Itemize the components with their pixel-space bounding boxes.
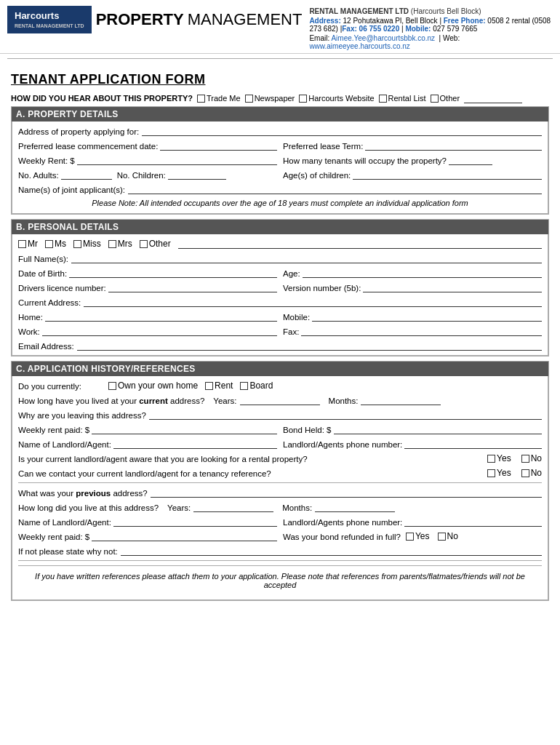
option-board[interactable]: Board <box>240 381 273 391</box>
current-address-label: Current Address: <box>18 298 81 307</box>
mobile-value: 027 579 7665 <box>433 25 477 33</box>
checkbox-other[interactable] <box>431 95 439 103</box>
divider-previous <box>18 482 542 483</box>
dob-row: Date of Birth: Age: <box>18 268 542 278</box>
landlord2-phone-label: Landlord/Agents phone number: <box>283 518 402 527</box>
title-miss[interactable]: Miss <box>73 239 101 249</box>
dob-field <box>69 268 277 278</box>
option-trade-me[interactable]: Trade Me <box>197 94 241 103</box>
option-harcourts-website[interactable]: Harcourts Website <box>299 94 374 103</box>
ages-field <box>353 170 542 180</box>
weekly-rent-col: Weekly Rent: $ <box>18 155 277 165</box>
previous-bold: previous <box>76 489 111 498</box>
checkbox-trade-me[interactable] <box>197 95 205 103</box>
currently-label: Do you currently: <box>18 382 105 391</box>
other-field-line <box>464 93 522 103</box>
home-col: Home: <box>18 311 277 322</box>
checkbox-title-other[interactable] <box>140 240 148 248</box>
checkbox-aware-no[interactable] <box>521 455 529 463</box>
years2-field <box>193 502 273 512</box>
checkbox-newspaper[interactable] <box>245 95 253 103</box>
title-mr[interactable]: Mr <box>18 239 38 249</box>
address-line: Address: 12 Pohutakawa Pl, Bell Block | … <box>309 17 553 33</box>
lease-row: Preferred lease commencement date: Prefe… <box>18 140 542 151</box>
label-miss: Miss <box>83 239 101 249</box>
logo-sub: RENTAL MANAGEMENT LTD <box>15 23 84 29</box>
years-label: Years: <box>213 397 236 405</box>
option-rent[interactable]: Rent <box>205 381 233 391</box>
months2-field <box>315 502 395 512</box>
title-management: MANAGEMENT <box>188 10 303 29</box>
landlord2-col: Name of Landlord/Agent: <box>18 517 277 527</box>
years2-label: Years: <box>167 503 191 512</box>
logo-harcourts: Harcourts <box>15 10 84 23</box>
label-trade-me: Trade Me <box>207 94 241 103</box>
mobile-label: Mobile: <box>405 25 431 33</box>
adults-label: No. Adults: <box>18 171 59 180</box>
label-rent: Rent <box>215 381 233 391</box>
adults-field <box>61 170 112 180</box>
title-mrs[interactable]: Mrs <box>108 239 132 249</box>
rent-bond-row: Weekly rent paid: $ Bond Held: $ <box>18 424 542 434</box>
checkbox-harcourts-website[interactable] <box>299 95 307 103</box>
aware-row: Is your current landlord/agent aware tha… <box>18 453 542 463</box>
ages-col: Age(s) of children: <box>283 170 542 180</box>
checkbox-miss[interactable] <box>73 240 81 248</box>
checkbox-bond-no[interactable] <box>438 533 446 541</box>
address-line-field <box>142 126 542 136</box>
checkbox-aware-yes[interactable] <box>487 455 495 463</box>
checkbox-rental-list[interactable] <box>379 95 387 103</box>
why-leaving-label: Why are you leaving this address? <box>18 411 146 420</box>
contact-no[interactable]: No <box>521 468 542 478</box>
title-ms[interactable]: Ms <box>45 239 66 249</box>
how-long-prev-row: How long did you live at this address? Y… <box>18 502 542 512</box>
option-newspaper[interactable]: Newspaper <box>245 94 295 103</box>
web-link[interactable]: www.aimeeyee.harcourts.co.nz <box>309 42 409 50</box>
checkbox-ms[interactable] <box>45 240 53 248</box>
option-rental-list[interactable]: Rental List <box>379 94 426 103</box>
fax-value: 06 755 0220 <box>359 25 400 33</box>
section-c-body: Do you currently: Own your own home Rent… <box>12 376 548 600</box>
option-own-home[interactable]: Own your own home <box>108 381 198 391</box>
landlord2-phone-field <box>404 517 542 527</box>
option-other[interactable]: Other <box>431 94 460 103</box>
checkbox-rent[interactable] <box>205 382 213 390</box>
contact-yes[interactable]: Yes <box>487 468 511 478</box>
bond-refund-no[interactable]: No <box>438 531 458 541</box>
aware-no[interactable]: No <box>521 453 542 463</box>
checkbox-contact-yes[interactable] <box>487 469 495 477</box>
label-title-other: Other <box>149 239 171 249</box>
checkbox-contact-no[interactable] <box>521 469 529 477</box>
email-link[interactable]: Aimee.Yee@harcourtsbbk.co.nz <box>331 34 435 42</box>
address-label: Address: <box>309 17 340 25</box>
fax-field <box>301 326 542 336</box>
checkbox-mr[interactable] <box>18 240 26 248</box>
lease-term-field <box>365 140 542 151</box>
section-c: C. APPLICATION HISTORY/REFERENCES Do you… <box>11 361 549 601</box>
bond-refund-yes[interactable]: Yes <box>406 531 430 541</box>
rent2-bond-row: Weekly rent paid: $ Was your bond refund… <box>18 531 542 541</box>
hear-about-label: HOW DID YOU HEAR ABOUT THIS PROPERTY? <box>11 94 193 103</box>
label-bond-yes: Yes <box>415 531 430 541</box>
title-other[interactable]: Other <box>140 239 171 249</box>
checkbox-board[interactable] <box>240 382 248 390</box>
checkbox-bond-yes[interactable] <box>406 533 414 541</box>
tenants-col: How many tenants will occupy the propert… <box>283 155 542 165</box>
landlord2-phone-col: Landlord/Agents phone number: <box>283 517 542 527</box>
why-leaving-row: Why are you leaving this address? <box>18 410 542 420</box>
lease-term-col: Preferred lease Term: <box>283 140 542 151</box>
lease-start-field <box>160 140 277 151</box>
previous-field <box>151 487 542 498</box>
label-contact-no: No <box>531 468 542 478</box>
landlord2-label: Name of Landlord/Agent: <box>18 518 111 527</box>
email-line: Email: Aimee.Yee@harcourtsbbk.co.nz | We… <box>309 34 553 50</box>
bond-refund-col: Was your bond refunded in full? Yes No <box>283 531 542 541</box>
current-bold: current <box>139 397 168 405</box>
checkbox-mrs[interactable] <box>108 240 116 248</box>
label-aware-no: No <box>531 453 542 463</box>
if-not-row: If not please state why not: <box>18 546 542 556</box>
aware-yes[interactable]: Yes <box>487 453 511 463</box>
section-c-header: C. APPLICATION HISTORY/REFERENCES <box>12 362 548 376</box>
checkbox-own-home[interactable] <box>108 382 116 390</box>
fax-label: Fax: <box>283 327 299 336</box>
